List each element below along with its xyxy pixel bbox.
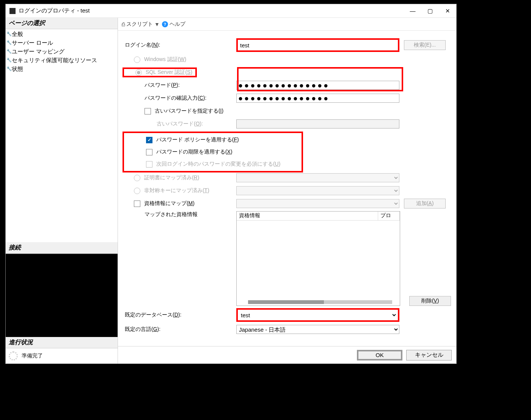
cancel-button[interactable]: キャンセル: [406, 350, 452, 360]
progress-status: 準備完了: [22, 353, 43, 359]
grid-col-provider[interactable]: プロ: [378, 212, 400, 220]
close-button[interactable]: ✕: [439, 4, 456, 18]
specify-old-password-option[interactable]: 古いパスワードを指定する(I): [123, 108, 236, 114]
nav-user-mapping[interactable]: ユーザー マッピング: [6, 47, 118, 56]
horizontal-scrollbar[interactable]: [248, 300, 392, 304]
enforce-expiration-option[interactable]: パスワードの期限を適用する(X): [124, 149, 233, 155]
default-database-select[interactable]: test: [239, 310, 397, 320]
connection-header: 接続: [6, 242, 118, 254]
checkbox-icon: [146, 161, 152, 168]
default-database-label: 既定のデータベース(D):: [123, 312, 236, 318]
minimize-button[interactable]: —: [404, 4, 421, 18]
old-password-label: 古いパスワード(O):: [123, 121, 236, 127]
progress-header: 進行状況: [6, 337, 118, 348]
help-button[interactable]: ? ヘルプ: [162, 21, 185, 28]
add-credential-button: 追加(A): [404, 199, 446, 208]
sql-auth-option: SQL Server 認証(S): [123, 67, 197, 77]
checkbox-icon[interactable]: [146, 137, 152, 143]
nav-securables[interactable]: セキュリティ保護可能なリソース: [6, 56, 118, 65]
password-policy-highlight: パスワード ポリシーを適用する(F) パスワードの期限を適用する(X) 次回ログ…: [123, 132, 303, 172]
mapped-credentials-label: マップされた資格情報: [123, 211, 236, 218]
mapped-cert-option: 証明書にマップ済み(R): [123, 174, 236, 181]
credentials-grid[interactable]: 資格情報 プロ: [236, 211, 400, 306]
ok-button[interactable]: OK: [357, 350, 402, 360]
left-panel: ページの選択 全般 サーバー ロール ユーザー マッピング セキュリティ保護可能…: [6, 18, 118, 364]
login-name-input[interactable]: [239, 41, 397, 50]
help-icon: ?: [162, 21, 168, 27]
credential-select: [236, 199, 399, 208]
radio-icon: [135, 69, 142, 76]
titlebar[interactable]: ログインのプロパティ - test — ▢ ✕: [6, 4, 456, 18]
maximize-button[interactable]: ▢: [421, 4, 439, 18]
toolbar: ⎙ スクリプト ▼ ? ヘルプ: [118, 18, 456, 31]
window-title: ログインのプロパティ - test: [19, 7, 404, 14]
must-change-option: 次回ログイン時のパスワードの変更を必須にする(U): [124, 161, 280, 168]
radio-icon: [134, 175, 140, 181]
nav-server-roles[interactable]: サーバー ロール: [6, 39, 118, 47]
checkbox-icon[interactable]: [145, 108, 151, 114]
progress-row: 準備完了: [6, 348, 118, 364]
default-language-select[interactable]: Japanese - 日本語: [236, 325, 399, 334]
nav-status[interactable]: 状態: [6, 65, 118, 74]
radio-icon: [134, 188, 140, 194]
form-area: ログイン名(N): 検索(E)... Windows 認証(W) S: [118, 31, 456, 346]
spinner-icon: [9, 351, 18, 360]
map-credential-option[interactable]: 資格情報にマップ(M): [123, 200, 236, 207]
old-password-input: [236, 119, 399, 129]
asym-select: [236, 186, 399, 195]
confirm-password-label: パスワードの確認入力(C):: [123, 95, 236, 102]
radio-icon: [134, 56, 140, 63]
page-nav: 全般 サーバー ロール ユーザー マッピング セキュリティ保護可能なリソース 状…: [6, 29, 118, 74]
dialog-footer: OK キャンセル: [118, 346, 456, 364]
grid-col-credential[interactable]: 資格情報: [237, 212, 378, 220]
mapped-asym-option: 非対称キーにマップ済み(T): [123, 187, 236, 194]
chevron-down-icon: ▼: [154, 21, 160, 27]
enforce-policy-option[interactable]: パスワード ポリシーを適用する(F): [124, 136, 239, 143]
script-icon: ⎙: [122, 21, 125, 27]
login-properties-dialog: ログインのプロパティ - test — ▢ ✕ ページの選択 全般 サーバー ロ…: [5, 4, 457, 364]
right-panel: ⎙ スクリプト ▼ ? ヘルプ ログイン名(N): 検索(E)...: [118, 18, 456, 364]
checkbox-icon[interactable]: [146, 149, 152, 155]
confirm-password-input[interactable]: [236, 94, 399, 103]
windows-auth-option: Windows 認証(W): [123, 56, 236, 63]
cert-select: [236, 173, 399, 182]
app-icon: [9, 8, 16, 14]
password-input[interactable]: [236, 81, 399, 90]
password-label: パスワード(P):: [123, 82, 236, 89]
login-name-label: ログイン名(N):: [123, 42, 236, 49]
page-select-header: ページの選択: [6, 18, 118, 29]
search-button: 検索(E)...: [404, 40, 446, 50]
connection-box: [6, 254, 118, 337]
script-button[interactable]: ⎙ スクリプト ▼: [122, 21, 160, 28]
default-language-label: 既定の言語(G):: [123, 326, 236, 333]
checkbox-icon[interactable]: [134, 201, 140, 207]
nav-general[interactable]: 全般: [6, 30, 118, 39]
remove-credential-button[interactable]: 削除(V): [409, 296, 451, 306]
